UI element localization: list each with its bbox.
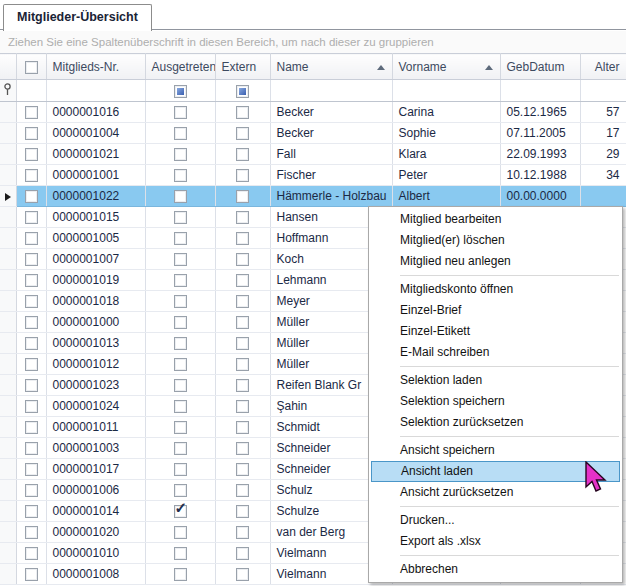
cell-row-select[interactable]	[16, 354, 46, 375]
cell-row-select[interactable]	[16, 396, 46, 417]
select-all-checkbox[interactable]	[25, 61, 38, 74]
menu-item-ansicht-laden[interactable]: Ansicht laden	[371, 461, 620, 482]
cell-row-select[interactable]	[16, 291, 46, 312]
filter-cell-gebdatum[interactable]	[500, 80, 580, 102]
cell-row-select[interactable]	[16, 270, 46, 291]
row-select-checkbox[interactable]	[25, 442, 38, 455]
menu-item-mitglied-bearbeiten[interactable]: Mitglied bearbeiten	[369, 209, 622, 230]
row-select-checkbox[interactable]	[25, 547, 38, 560]
menu-item-einzel-etikett[interactable]: Einzel-Etikett	[369, 321, 622, 342]
extern-checkbox	[236, 421, 249, 434]
cell-row-select[interactable]	[16, 228, 46, 249]
cell-mitglieds-nr: 0000001020	[46, 522, 145, 543]
cell-ausgetreten	[145, 270, 215, 291]
table-row[interactable]: 0000001001FischerPeter10.12.198834	[0, 165, 626, 186]
cell-row-select[interactable]	[16, 312, 46, 333]
filter-checkbox-ausgetreten[interactable]	[174, 85, 187, 98]
table-row[interactable]: 0000001004BeckerSophie07.11.200517	[0, 123, 626, 144]
row-select-checkbox[interactable]	[25, 358, 38, 371]
row-select-checkbox[interactable]	[25, 295, 38, 308]
table-row[interactable]: 0000001022Hämmerle - HolzbauAlbert00.00.…	[0, 186, 626, 207]
menu-item-drucken[interactable]: Drucken...	[369, 510, 622, 531]
cell-row-select[interactable]	[16, 207, 46, 228]
filter-cell-name[interactable]	[270, 80, 392, 102]
cell-row-select[interactable]	[16, 249, 46, 270]
row-select-checkbox[interactable]	[25, 526, 38, 539]
cell-row-select[interactable]	[16, 144, 46, 165]
row-select-checkbox[interactable]	[25, 127, 38, 140]
column-header-extern[interactable]: Extern	[215, 54, 270, 80]
menu-item-selektion-laden[interactable]: Selektion laden	[369, 370, 622, 391]
cell-row-select[interactable]	[16, 564, 46, 585]
menu-separator	[400, 555, 619, 556]
cell-alter: 17	[580, 123, 626, 144]
menu-item-einzel-brief[interactable]: Einzel-Brief	[369, 300, 622, 321]
menu-item-mitgliedskonto-offnen[interactable]: Mitgliedskonto öffnen	[369, 279, 622, 300]
row-select-checkbox[interactable]	[25, 484, 38, 497]
row-select-checkbox[interactable]	[25, 169, 38, 182]
row-select-checkbox[interactable]	[25, 190, 38, 203]
row-select-checkbox[interactable]	[25, 568, 38, 581]
column-header-gebdatum[interactable]: GebDatum	[500, 54, 580, 80]
row-select-checkbox[interactable]	[25, 148, 38, 161]
filter-checkbox-extern[interactable]	[236, 85, 249, 98]
row-select-checkbox[interactable]	[25, 421, 38, 434]
column-header-alter[interactable]: Alter	[580, 54, 626, 80]
column-header-ausgetreten[interactable]: Ausgetreten	[145, 54, 215, 80]
cell-row-select[interactable]	[16, 186, 46, 207]
row-select-checkbox[interactable]	[25, 379, 38, 392]
column-header-select-all[interactable]	[16, 54, 46, 80]
menu-item-mitglied-er-loschen[interactable]: Mitglied(er) löschen	[369, 230, 622, 251]
column-header-name[interactable]: Name	[270, 54, 392, 80]
menu-item-export-als-xlsx[interactable]: Export als .xlsx	[369, 531, 622, 552]
table-row[interactable]: 0000001021FallKlara22.09.199329	[0, 144, 626, 165]
auto-filter-row[interactable]	[0, 80, 626, 102]
menu-separator	[400, 366, 619, 367]
cell-row-select[interactable]	[16, 333, 46, 354]
cell-gebdatum: 05.12.1965	[500, 102, 580, 123]
menu-item-abbrechen[interactable]: Abbrechen	[369, 559, 622, 580]
row-select-checkbox[interactable]	[25, 463, 38, 476]
cell-row-select[interactable]	[16, 123, 46, 144]
column-header-mitglieds-nr[interactable]: Mitglieds-Nr.	[46, 54, 145, 80]
cell-row-select[interactable]	[16, 165, 46, 186]
column-header-vorname[interactable]: Vorname	[392, 54, 500, 80]
row-select-checkbox[interactable]	[25, 337, 38, 350]
cell-row-select[interactable]	[16, 522, 46, 543]
menu-item-ansicht-speichern[interactable]: Ansicht speichern	[369, 440, 622, 461]
row-select-checkbox[interactable]	[25, 274, 38, 287]
menu-item-selektion-zurucksetzen[interactable]: Selektion zurücksetzen	[369, 412, 622, 433]
row-select-checkbox[interactable]	[25, 211, 38, 224]
filter-cell-ausgetreten[interactable]	[145, 80, 215, 102]
cell-row-select[interactable]	[16, 459, 46, 480]
cell-row-select[interactable]	[16, 480, 46, 501]
row-select-checkbox[interactable]	[25, 505, 38, 518]
header-indicator-cell	[0, 54, 16, 80]
menu-item-mitglied-neu-anlegen[interactable]: Mitglied neu anlegen	[369, 251, 622, 272]
menu-item-selektion-speichern[interactable]: Selektion speichern	[369, 391, 622, 412]
filter-cell-vorname[interactable]	[392, 80, 500, 102]
row-select-checkbox[interactable]	[25, 253, 38, 266]
group-by-panel[interactable]: Ziehen Sie eine Spaltenüberschrift in di…	[0, 31, 626, 53]
filter-cell-alter[interactable]	[580, 80, 626, 102]
row-select-checkbox[interactable]	[25, 106, 38, 119]
cell-row-select[interactable]	[16, 102, 46, 123]
menu-item-e-mail-schreiben[interactable]: E-Mail schreiben	[369, 342, 622, 363]
row-select-checkbox[interactable]	[25, 232, 38, 245]
row-indicator-cell	[0, 291, 16, 312]
cell-row-select[interactable]	[16, 501, 46, 522]
cell-row-select[interactable]	[16, 375, 46, 396]
cell-row-select[interactable]	[16, 543, 46, 564]
filter-cell-select[interactable]	[16, 80, 46, 102]
row-indicator-cell	[0, 543, 16, 564]
filter-cell-nr[interactable]	[46, 80, 145, 102]
menu-separator	[400, 506, 619, 507]
extern-checkbox	[236, 253, 249, 266]
table-row[interactable]: 0000001016BeckerCarina05.12.196557	[0, 102, 626, 123]
row-select-checkbox[interactable]	[25, 400, 38, 413]
cell-row-select[interactable]	[16, 417, 46, 438]
tab-mitglieder-uebersicht[interactable]: Mitglieder-Übersicht	[3, 4, 152, 31]
cell-row-select[interactable]	[16, 438, 46, 459]
row-select-checkbox[interactable]	[25, 316, 38, 329]
filter-cell-extern[interactable]	[215, 80, 270, 102]
